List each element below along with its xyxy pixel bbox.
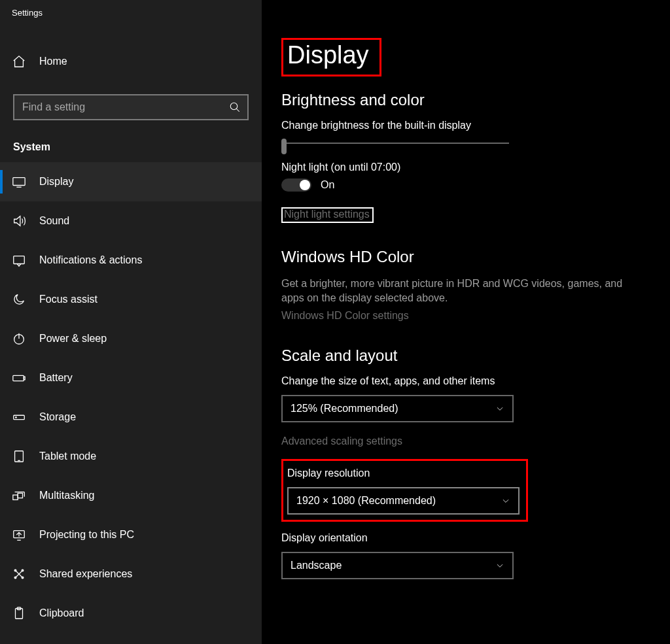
slider-thumb[interactable] — [281, 139, 287, 154]
slider-track — [283, 143, 509, 144]
night-light-state: On — [321, 179, 334, 191]
projecting-icon — [12, 528, 26, 542]
home-label: Home — [39, 56, 67, 67]
night-light-toggle[interactable] — [281, 178, 311, 192]
home-icon — [12, 54, 26, 69]
scale-label: Change the size of text, apps, and other… — [281, 375, 650, 387]
search-box[interactable] — [13, 94, 249, 120]
multitasking-icon — [12, 488, 26, 503]
storage-icon — [12, 410, 26, 424]
nav-item-focus-assist[interactable]: Focus assist — [0, 280, 262, 319]
nav-label: Clipboard — [39, 607, 84, 619]
nav-label: Power & sleep — [39, 333, 107, 345]
brightness-label: Change brightness for the built-in displ… — [281, 120, 650, 131]
hd-color-desc: Get a brighter, more vibrant picture in … — [281, 277, 635, 306]
nav-item-storage[interactable]: Storage — [0, 398, 262, 437]
app-title: Settings — [0, 5, 262, 22]
brightness-heading: Brightness and color — [281, 91, 650, 109]
search-container — [13, 94, 249, 120]
nav-item-multitasking[interactable]: Multitasking — [0, 476, 262, 515]
svg-point-0 — [230, 103, 238, 110]
tablet-icon — [12, 449, 26, 464]
svg-rect-2 — [13, 178, 25, 186]
nav-item-tablet-mode[interactable]: Tablet mode — [0, 437, 262, 476]
chevron-down-icon — [495, 561, 504, 570]
nav-label: Shared experiences — [39, 568, 132, 580]
home-button[interactable]: Home — [0, 47, 262, 76]
svg-rect-8 — [24, 377, 25, 380]
hd-color-settings-link[interactable]: Windows HD Color settings — [281, 310, 650, 322]
nav-label: Storage — [39, 411, 76, 423]
focus-assist-icon — [12, 292, 26, 307]
page-title: Display — [281, 38, 381, 76]
resolution-dropdown[interactable]: 1920 × 1080 (Recommended) — [287, 487, 520, 515]
nav-label: Display — [39, 176, 73, 188]
search-input[interactable] — [22, 101, 229, 113]
orientation-label: Display orientation — [281, 532, 650, 544]
brightness-slider[interactable] — [281, 137, 510, 150]
chevron-down-icon — [495, 404, 504, 413]
nav-label: Multitasking — [39, 490, 94, 501]
night-light-settings-link[interactable]: Night light settings — [281, 207, 374, 223]
content-pane: Display Brightness and color Change brig… — [262, 0, 670, 644]
notifications-icon — [12, 253, 26, 267]
scale-heading: Scale and layout — [281, 347, 650, 365]
toggle-knob — [300, 180, 310, 190]
orientation-dropdown[interactable]: Landscape — [281, 552, 514, 579]
svg-rect-14 — [18, 493, 22, 498]
resolution-value: 1920 × 1080 (Recommended) — [296, 495, 436, 507]
nav-label: Projecting to this PC — [39, 529, 134, 541]
svg-point-10 — [16, 417, 16, 418]
nav-item-shared-experiences[interactable]: Shared experiences — [0, 554, 262, 594]
nav-item-projecting[interactable]: Projecting to this PC — [0, 515, 262, 554]
nav-item-notifications[interactable]: Notifications & actions — [0, 241, 262, 280]
resolution-group: Display resolution 1920 × 1080 (Recommen… — [281, 459, 528, 522]
scale-value: 125% (Recommended) — [291, 403, 398, 415]
battery-icon — [12, 371, 26, 385]
nav-label: Focus assist — [39, 294, 97, 305]
chevron-down-icon — [501, 496, 510, 505]
svg-rect-13 — [13, 495, 18, 500]
sound-icon — [12, 214, 26, 228]
svg-line-1 — [236, 109, 239, 112]
night-light-toggle-row: On — [281, 178, 650, 192]
nav-item-sound[interactable]: Sound — [0, 201, 262, 241]
nav-label: Tablet mode — [39, 450, 96, 462]
nav-item-battery[interactable]: Battery — [0, 358, 262, 398]
nav-item-power-sleep[interactable]: Power & sleep — [0, 319, 262, 358]
nav-list: Display Sound Notifications & actions Fo… — [0, 162, 262, 633]
scale-dropdown[interactable]: 125% (Recommended) — [281, 395, 514, 422]
sidebar-section-header: System — [13, 141, 262, 153]
nav-label: Sound — [39, 215, 69, 227]
sidebar: Settings Home System Display Sound — [0, 0, 262, 644]
svg-rect-4 — [14, 256, 25, 264]
display-icon — [12, 175, 26, 189]
night-light-label: Night light (on until 07:00) — [281, 161, 650, 173]
svg-rect-7 — [13, 375, 24, 381]
nav-item-display[interactable]: Display — [0, 162, 262, 201]
nav-item-clipboard[interactable]: Clipboard — [0, 594, 262, 633]
hd-color-heading: Windows HD Color — [281, 248, 650, 266]
nav-label: Battery — [39, 372, 73, 384]
resolution-label: Display resolution — [287, 467, 520, 479]
shared-experiences-icon — [12, 567, 26, 581]
search-icon — [229, 101, 241, 113]
clipboard-icon — [12, 606, 26, 620]
orientation-value: Landscape — [291, 560, 342, 571]
power-icon — [12, 331, 26, 346]
nav-label: Notifications & actions — [39, 254, 142, 266]
advanced-scaling-link[interactable]: Advanced scaling settings — [281, 435, 650, 447]
